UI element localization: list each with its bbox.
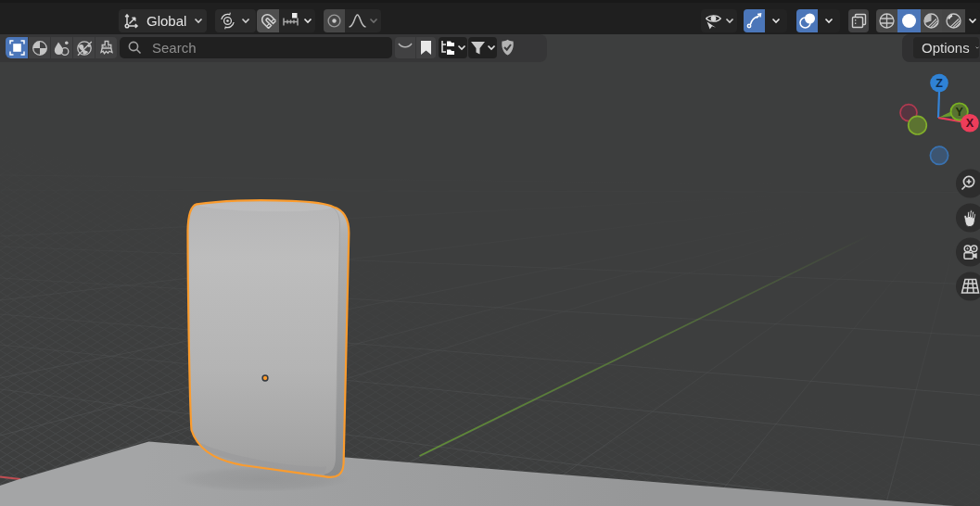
svg-text:X: X <box>966 117 974 130</box>
svg-text:Z: Z <box>935 77 943 90</box>
svg-text:Y: Y <box>956 106 964 119</box>
